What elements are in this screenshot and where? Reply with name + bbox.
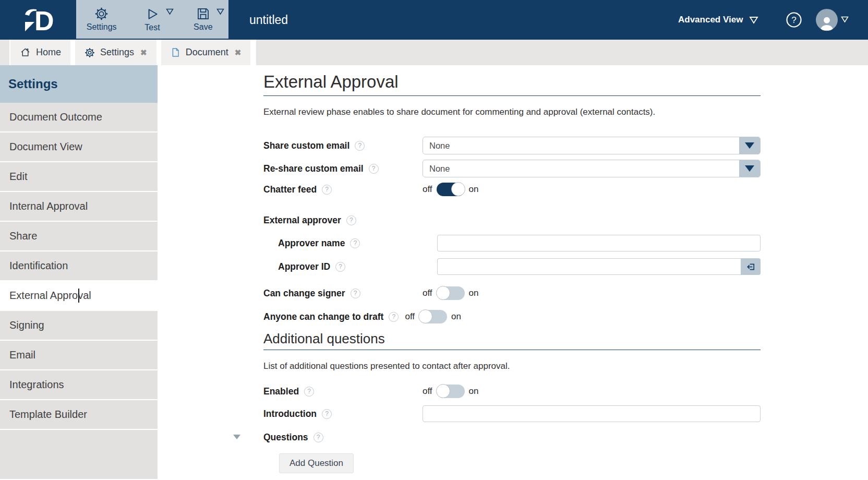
- field-label-cell: Anyone can change to draft ?: [263, 311, 399, 322]
- toggle-off-label: off: [423, 386, 432, 397]
- sidebar-item-document-view[interactable]: Document View: [0, 133, 158, 161]
- home-icon: [20, 47, 31, 58]
- field-label: Enabled: [263, 386, 299, 397]
- field-row-approver-id: Approver ID ?: [278, 258, 761, 275]
- sidebar-item-integrations[interactable]: Integrations: [0, 370, 158, 399]
- toggle-on-label: on: [469, 386, 479, 397]
- help-icon[interactable]: ?: [335, 262, 345, 272]
- field-label: Questions: [263, 432, 308, 443]
- field-label: External approver: [263, 215, 341, 226]
- help-icon[interactable]: ?: [355, 141, 365, 151]
- help-icon[interactable]: ?: [369, 164, 379, 174]
- test-button[interactable]: Test: [127, 0, 177, 39]
- import-icon: [746, 262, 756, 272]
- toggle-on-label: on: [469, 184, 479, 195]
- close-icon[interactable]: ✖: [140, 48, 147, 57]
- approver-id-input[interactable]: [437, 258, 741, 275]
- user-menu-chevron-icon[interactable]: [841, 16, 849, 23]
- introduction-input[interactable]: [423, 405, 761, 422]
- sidebar-item-internal-approval[interactable]: Internal Approval: [0, 192, 158, 221]
- help-icon[interactable]: ?: [314, 433, 323, 442]
- app-header: D Settings: [0, 0, 868, 40]
- share-custom-email-select[interactable]: None: [423, 137, 761, 154]
- enabled-toggle[interactable]: [437, 385, 465, 398]
- field-label: Introduction: [263, 409, 317, 419]
- sidebar-item-identification[interactable]: Identification: [0, 251, 158, 280]
- toolbar-group: Settings Test Save: [76, 0, 228, 39]
- section-description: List of additional questions presented t…: [263, 361, 761, 372]
- field-row-share-custom-email: Share custom email ? None: [263, 137, 761, 154]
- test-dropdown-icon[interactable]: [166, 8, 174, 15]
- sidebar-item-document-outcome[interactable]: Document Outcome: [0, 103, 158, 131]
- re-share-custom-email-select[interactable]: None: [423, 160, 761, 177]
- field-label-cell: Chatter feed ?: [263, 184, 423, 195]
- field-row-approver-name: Approver name ?: [278, 235, 761, 251]
- select-dropdown-button[interactable]: [739, 160, 760, 177]
- page-title: External Approval: [263, 71, 761, 96]
- field-label: Re-share custom email: [263, 163, 364, 174]
- chevron-down-icon: [745, 165, 754, 172]
- field-label-cell: Enabled ?: [263, 386, 423, 397]
- play-icon: [145, 7, 160, 21]
- toggle-knob: [418, 309, 432, 323]
- section-title: Additional questions: [263, 330, 761, 350]
- app-logo-icon[interactable]: D: [19, 4, 63, 35]
- sidebar-item-template-builder[interactable]: Template Builder: [0, 400, 158, 429]
- sidebar-item-share[interactable]: Share: [0, 222, 158, 250]
- toggle-knob: [451, 182, 465, 196]
- field-label: Share custom email: [263, 140, 349, 151]
- select-value: None: [423, 160, 739, 177]
- field-label: Approver name: [278, 238, 345, 249]
- field-label-cell: Questions ?: [263, 432, 423, 443]
- tab-home[interactable]: Home: [10, 40, 70, 65]
- save-button-label: Save: [194, 22, 212, 32]
- anyone-can-change-to-draft-toggle-group: off on: [405, 310, 461, 323]
- sidebar-item-signing[interactable]: Signing: [0, 311, 158, 340]
- help-icon[interactable]: ?: [346, 215, 356, 225]
- tabbar-rest: [256, 40, 868, 65]
- approver-id-lookup-button[interactable]: [741, 258, 761, 275]
- save-icon: [196, 7, 210, 21]
- anyone-can-change-to-draft-toggle[interactable]: [419, 310, 447, 323]
- settings-sidebar: Settings Document Outcome Document View …: [0, 65, 158, 480]
- close-icon[interactable]: ✖: [235, 48, 242, 57]
- collapse-caret-icon[interactable]: [233, 435, 240, 439]
- help-icon[interactable]: ?: [786, 11, 802, 28]
- gear-icon: [94, 7, 108, 21]
- help-icon[interactable]: ?: [389, 312, 399, 322]
- tab-document[interactable]: Document ✖: [161, 40, 251, 65]
- help-icon[interactable]: ?: [351, 289, 360, 298]
- help-icon[interactable]: ?: [350, 238, 360, 248]
- chevron-down-icon: [749, 16, 758, 24]
- svg-text:D: D: [34, 6, 54, 35]
- add-question-button[interactable]: Add Question: [279, 453, 354, 473]
- tabbar-spacer: [0, 40, 9, 65]
- field-label-cell: Approver ID ?: [278, 261, 437, 272]
- approver-name-input[interactable]: [437, 235, 761, 251]
- toggle-off-label: off: [423, 184, 432, 195]
- view-selector-label: Advanced View: [678, 15, 743, 25]
- toggle-on-label: on: [469, 288, 479, 298]
- field-label-cell: Share custom email ?: [263, 140, 423, 151]
- help-icon[interactable]: ?: [304, 387, 314, 397]
- sidebar-item-email[interactable]: Email: [0, 341, 158, 369]
- tab-home-label: Home: [36, 47, 61, 58]
- field-label: Approver ID: [278, 261, 330, 272]
- save-button[interactable]: Save: [178, 0, 228, 39]
- view-selector[interactable]: Advanced View: [678, 0, 758, 40]
- sidebar-item-external-approval[interactable]: External Approval: [0, 281, 158, 310]
- settings-button[interactable]: Settings: [76, 0, 127, 39]
- help-icon[interactable]: ?: [322, 409, 332, 419]
- field-label-cell: Introduction ?: [263, 409, 423, 419]
- tab-settings[interactable]: Settings ✖: [75, 40, 156, 65]
- help-icon[interactable]: ?: [322, 185, 332, 195]
- select-dropdown-button[interactable]: [739, 137, 760, 154]
- field-row-questions: Questions ?: [263, 430, 761, 444]
- sidebar-item-edit[interactable]: Edit: [0, 162, 158, 191]
- select-value: None: [423, 137, 739, 154]
- save-dropdown-icon[interactable]: [216, 8, 224, 15]
- user-avatar[interactable]: [816, 9, 838, 31]
- page-description: External review phase enables to share d…: [263, 106, 761, 118]
- can-change-signer-toggle[interactable]: [437, 286, 465, 300]
- chatter-feed-toggle[interactable]: [437, 183, 465, 196]
